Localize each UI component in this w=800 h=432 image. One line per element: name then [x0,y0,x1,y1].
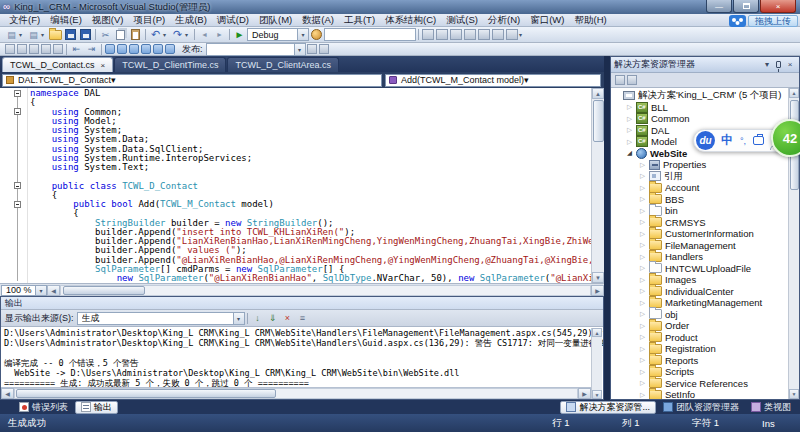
expander-icon[interactable] [640,392,649,399]
clear-bookmarks-icon[interactable] [165,44,175,54]
menu-item[interactable]: 生成(B) [170,14,212,27]
scroll-track[interactable] [14,388,578,399]
output-log[interactable]: D:\Users\Administrator\Desktop\King_L CR… [1,327,603,387]
code-text[interactable]: namespace DAL{ using Common; using Model… [30,89,591,283]
toolbox-icon[interactable] [464,29,476,40]
menu-item[interactable]: 文件(F) [4,14,45,27]
tree-item[interactable]: FileManagement [611,240,799,252]
menu-item[interactable]: 窗口(W) [525,14,569,27]
tree-item[interactable]: SetInfo [611,389,799,399]
menu-item[interactable]: 项目(P) [128,14,170,27]
properties-icon[interactable] [615,75,625,85]
expander-icon[interactable] [640,185,649,192]
expander-icon[interactable] [640,254,649,261]
increase-indent-icon[interactable]: ⇥ [84,43,99,56]
scroll-down-icon[interactable]: ▼ [789,389,799,399]
menu-item[interactable]: 体系结构(C) [380,14,441,27]
undo-dropdown-icon[interactable]: ▾ [163,31,170,38]
editor-horizontal-scrollbar[interactable] [60,285,591,296]
member-list-icon[interactable] [17,44,27,54]
members-dropdown-icon[interactable]: ▾ [524,75,529,86]
output-vertical-scrollbar[interactable]: ▲ ▼ [591,328,602,399]
menu-item[interactable]: 调试(D) [212,14,254,27]
scrollbar-thumb[interactable] [593,100,604,142]
auto-hide-pin-icon[interactable] [776,61,781,68]
drag-upload-button[interactable]: 拖拽上传 [748,15,798,27]
expander-icon[interactable] [640,288,649,295]
close-panel-icon[interactable]: × [784,59,796,71]
expander-icon[interactable] [640,369,649,376]
navigate-backward-icon[interactable] [197,28,212,41]
expander-icon[interactable] [640,357,649,364]
scroll-left-icon[interactable]: ◀ [1,388,14,399]
tree-item[interactable]: CustomerInformation [611,228,799,240]
menu-item[interactable]: 数据(A) [297,14,339,27]
cut-icon[interactable] [98,28,113,41]
tree-item[interactable]: Reports [611,355,799,367]
add-item-dropdown-icon[interactable]: ▾ [41,31,48,38]
expander-icon[interactable] [640,300,649,307]
scroll-up-icon[interactable]: ▲ [592,88,604,99]
expander-icon[interactable] [640,265,649,272]
scroll-left-icon[interactable]: ◀ [47,285,60,296]
document-tab[interactable]: TCWL_D_ClientTime.cs [114,57,226,72]
expander-icon[interactable] [640,162,649,169]
scroll-up-icon[interactable]: ▲ [789,88,799,98]
navigate-forward-icon[interactable] [212,28,227,41]
expander-icon[interactable] [640,380,649,387]
word-completion-icon[interactable] [53,44,63,54]
decrease-indent-icon[interactable]: ⇤ [69,43,84,56]
menu-item[interactable]: 编辑(E) [45,14,87,27]
output-horizontal-scrollbar[interactable]: ◀ ▶ [1,387,591,399]
expander-icon[interactable] [627,127,636,134]
scroll-right-icon[interactable]: ▶ [578,388,591,399]
command-window-icon[interactable] [506,29,518,40]
redo-icon[interactable] [170,28,185,41]
menu-item[interactable]: 分析(N) [483,14,525,27]
panel-tab[interactable]: 输出 [75,401,118,414]
add-item-icon[interactable]: ▤ [26,28,41,41]
expander-icon[interactable] [640,346,649,353]
tree-item[interactable]: obj [611,309,799,321]
expander-icon[interactable] [640,242,649,249]
previous-bookmark-icon[interactable] [141,44,151,54]
ime-punctuation-icon[interactable]: °, [740,136,746,146]
minimize-button[interactable]: — [706,0,732,13]
expander-icon[interactable] [640,334,649,341]
window-position-icon[interactable]: ▾ [761,59,773,71]
show-all-files-icon[interactable] [627,75,637,85]
copy-icon[interactable] [113,28,128,41]
scrollbar-thumb[interactable] [16,389,276,398]
expander-icon[interactable] [627,139,636,146]
publish-settings-icon[interactable] [319,44,329,54]
tree-item[interactable]: HNTCWLUploadFile [611,263,799,275]
expander-icon[interactable] [640,208,649,215]
solution-explorer-window-icon[interactable] [422,29,434,40]
expander-icon[interactable] [640,277,649,284]
close-button[interactable]: × [760,0,796,13]
tool-window-tab[interactable]: 解决方案资源管... [560,401,656,414]
types-dropdown[interactable]: DAL.TCWL_D_Contact ▾ [2,74,382,87]
undo-icon[interactable] [148,28,163,41]
menu-item[interactable]: 测试(S) [441,14,483,27]
menu-item[interactable]: 视图(V) [87,14,129,27]
ime-chinese-mode-icon[interactable]: 中 [721,132,733,149]
properties-window-icon[interactable] [436,29,448,40]
tool-window-tab[interactable]: 类视图 [746,401,796,414]
expander-icon[interactable] [640,231,649,238]
scrollbar-thumb[interactable] [63,286,145,295]
configuration-dropdown-icon[interactable]: ▾ [297,29,308,40]
expander-icon[interactable] [640,219,649,226]
members-dropdown[interactable]: Add(TCWL_M_Contact model) ▾ [385,74,601,87]
collapse-region-icon[interactable] [14,108,21,115]
tree-item[interactable]: Images [611,274,799,286]
panel-tab[interactable]: 错误列表 [14,401,73,414]
uncomment-selection-icon[interactable] [117,44,127,54]
expander-icon[interactable] [640,173,649,180]
collapse-region-icon[interactable] [14,90,21,97]
next-bookmark-icon[interactable] [153,44,163,54]
document-tab[interactable]: TCWL_D_Contact.cs× [2,57,113,72]
expander-icon[interactable] [640,323,649,330]
ime-toolbox-icon[interactable] [753,136,764,145]
tree-item[interactable]: Account [611,182,799,194]
